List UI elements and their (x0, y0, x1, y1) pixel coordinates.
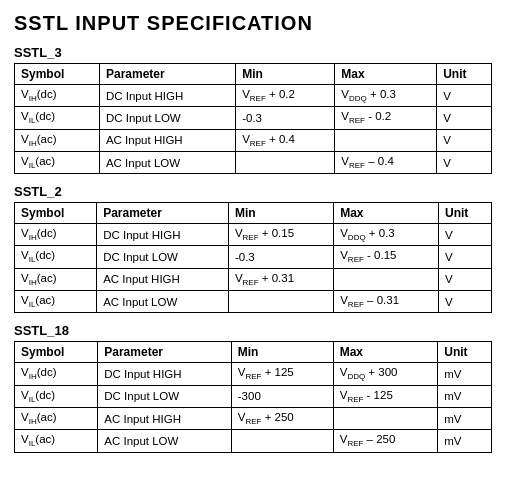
cell-unit: V (437, 85, 492, 107)
cell-parameter: DC Input LOW (99, 107, 235, 129)
table-row: VIH(ac)AC Input HIGHVREF + 0.4V (15, 129, 492, 151)
cell-parameter: DC Input HIGH (98, 363, 232, 385)
cell-parameter: AC Input HIGH (98, 407, 232, 429)
cell-symbol: VIH(ac) (15, 129, 100, 151)
cell-max: VREF - 0.15 (334, 246, 439, 268)
table-row: VIL(ac)AC Input LOWVREF – 250mV (15, 430, 492, 452)
cell-min: VREF + 0.4 (236, 129, 335, 151)
cell-unit: V (437, 151, 492, 173)
col-header: Max (334, 203, 439, 224)
cell-unit: V (437, 107, 492, 129)
cell-parameter: DC Input LOW (98, 385, 232, 407)
cell-max: VREF – 250 (333, 430, 438, 452)
col-header: Parameter (98, 342, 232, 363)
section-sstl18: SSTL_18SymbolParameterMinMaxUnitVIH(dc)D… (14, 323, 492, 452)
cell-parameter: DC Input HIGH (99, 85, 235, 107)
table-row: VIL(dc)DC Input LOW-300VREF - 125mV (15, 385, 492, 407)
cell-symbol: VIL(dc) (15, 385, 98, 407)
table-row: VIL(dc)DC Input LOW-0.3VREF - 0.2V (15, 107, 492, 129)
cell-min: VREF + 125 (231, 363, 333, 385)
cell-unit: V (438, 246, 491, 268)
cell-min: VREF + 0.2 (236, 85, 335, 107)
cell-unit: mV (438, 385, 492, 407)
cell-min: VREF + 250 (231, 407, 333, 429)
cell-symbol: VIH(ac) (15, 268, 97, 290)
cell-symbol: VIL(dc) (15, 246, 97, 268)
cell-min (236, 151, 335, 173)
cell-min: -0.3 (228, 246, 333, 268)
table-row: VIL(ac)AC Input LOWVREF – 0.31V (15, 291, 492, 313)
table-row: VIH(dc)DC Input HIGHVREF + 0.15VDDQ + 0.… (15, 224, 492, 246)
cell-max (335, 129, 437, 151)
cell-symbol: VIL(ac) (15, 430, 98, 452)
cell-min: -300 (231, 385, 333, 407)
cell-max: VDDQ + 300 (333, 363, 438, 385)
col-header: Symbol (15, 203, 97, 224)
table-sstl3: SymbolParameterMinMaxUnitVIH(dc)DC Input… (14, 63, 492, 174)
col-header: Min (236, 64, 335, 85)
cell-parameter: AC Input LOW (98, 430, 232, 452)
cell-unit: V (438, 291, 491, 313)
table-sstl18: SymbolParameterMinMaxUnitVIH(dc)DC Input… (14, 341, 492, 452)
col-header: Max (335, 64, 437, 85)
col-header: Symbol (15, 342, 98, 363)
col-header: Parameter (97, 203, 229, 224)
section-title-sstl18: SSTL_18 (14, 323, 492, 338)
cell-max: VDDQ + 0.3 (335, 85, 437, 107)
cell-max (334, 268, 439, 290)
cell-symbol: VIH(dc) (15, 85, 100, 107)
cell-unit: mV (438, 407, 492, 429)
col-header: Unit (438, 342, 492, 363)
section-title-sstl3: SSTL_3 (14, 45, 492, 60)
section-title-sstl2: SSTL_2 (14, 184, 492, 199)
cell-unit: mV (438, 430, 492, 452)
cell-parameter: AC Input LOW (99, 151, 235, 173)
cell-min: VREF + 0.31 (228, 268, 333, 290)
cell-unit: mV (438, 363, 492, 385)
col-header: Min (228, 203, 333, 224)
cell-symbol: VIL(dc) (15, 107, 100, 129)
table-row: VIH(dc)DC Input HIGHVREF + 0.2VDDQ + 0.3… (15, 85, 492, 107)
cell-unit: V (438, 268, 491, 290)
col-header: Symbol (15, 64, 100, 85)
cell-min: VREF + 0.15 (228, 224, 333, 246)
section-sstl2: SSTL_2SymbolParameterMinMaxUnitVIH(dc)DC… (14, 184, 492, 313)
table-row: VIH(ac)AC Input HIGHVREF + 250mV (15, 407, 492, 429)
cell-unit: V (437, 129, 492, 151)
col-header: Min (231, 342, 333, 363)
cell-symbol: VIL(ac) (15, 291, 97, 313)
cell-parameter: AC Input LOW (97, 291, 229, 313)
col-header: Unit (438, 203, 491, 224)
cell-max: VREF – 0.31 (334, 291, 439, 313)
table-row: VIL(ac)AC Input LOWVREF – 0.4V (15, 151, 492, 173)
page-title: SSTL INPUT SPECIFICATION (14, 12, 492, 35)
cell-min (231, 430, 333, 452)
cell-min (228, 291, 333, 313)
cell-max (333, 407, 438, 429)
cell-symbol: VIH(dc) (15, 224, 97, 246)
cell-symbol: VIL(ac) (15, 151, 100, 173)
table-row: VIH(ac)AC Input HIGHVREF + 0.31V (15, 268, 492, 290)
cell-symbol: VIH(dc) (15, 363, 98, 385)
table-row: VIH(dc)DC Input HIGHVREF + 125VDDQ + 300… (15, 363, 492, 385)
cell-max: VREF – 0.4 (335, 151, 437, 173)
cell-max: VDDQ + 0.3 (334, 224, 439, 246)
col-header: Max (333, 342, 438, 363)
section-sstl3: SSTL_3SymbolParameterMinMaxUnitVIH(dc)DC… (14, 45, 492, 174)
cell-max: VREF - 0.2 (335, 107, 437, 129)
col-header: Parameter (99, 64, 235, 85)
cell-parameter: AC Input HIGH (99, 129, 235, 151)
cell-parameter: DC Input HIGH (97, 224, 229, 246)
table-row: VIL(dc)DC Input LOW-0.3VREF - 0.15V (15, 246, 492, 268)
cell-symbol: VIH(ac) (15, 407, 98, 429)
cell-max: VREF - 125 (333, 385, 438, 407)
cell-unit: V (438, 224, 491, 246)
col-header: Unit (437, 64, 492, 85)
cell-parameter: DC Input LOW (97, 246, 229, 268)
table-sstl2: SymbolParameterMinMaxUnitVIH(dc)DC Input… (14, 202, 492, 313)
cell-parameter: AC Input HIGH (97, 268, 229, 290)
cell-min: -0.3 (236, 107, 335, 129)
